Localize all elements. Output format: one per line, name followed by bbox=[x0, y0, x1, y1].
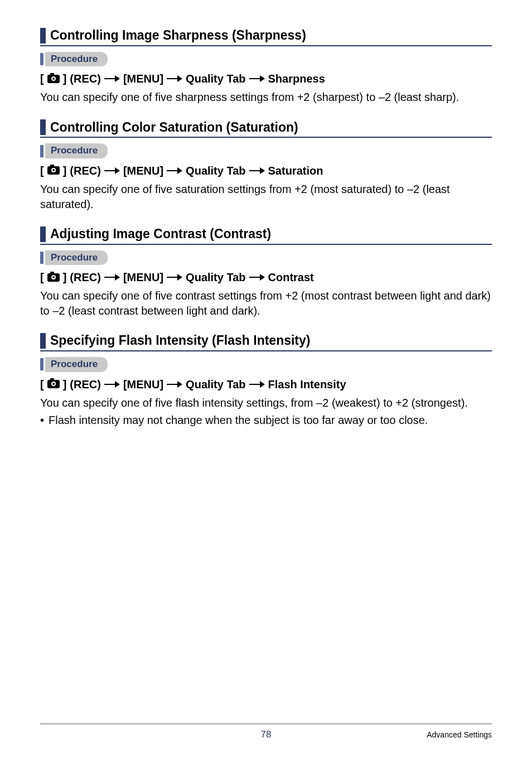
procedure-path: [ ] (REC) [MENU] Quality Tab Flash Inten… bbox=[40, 377, 492, 392]
open-bracket: [ bbox=[40, 71, 44, 86]
path-menu: [MENU] bbox=[123, 163, 163, 179]
section-body: You can specify one of five sharpness se… bbox=[40, 90, 492, 105]
path-target: Contrast bbox=[268, 269, 314, 285]
close-bracket: ] bbox=[63, 163, 67, 179]
procedure-pill: Procedure bbox=[45, 250, 108, 265]
path-rec: (REC) bbox=[70, 71, 101, 86]
camera-icon bbox=[47, 273, 60, 282]
close-bracket: ] bbox=[63, 269, 67, 285]
path-rec: (REC) bbox=[70, 377, 101, 392]
open-bracket: [ bbox=[40, 377, 44, 392]
section-heading: Controlling Image Sharpness (Sharpness) bbox=[40, 28, 492, 46]
path-target: Flash Intensity bbox=[268, 377, 346, 392]
arrow-icon bbox=[104, 380, 120, 388]
section-heading-title: Controlling Color Saturation (Saturation… bbox=[50, 120, 298, 136]
bullet-text: Flash intensity may not change when the … bbox=[49, 413, 428, 428]
procedure-pill: Procedure bbox=[45, 52, 108, 66]
procedure-tick-icon bbox=[40, 145, 43, 157]
heading-bar-icon bbox=[40, 333, 46, 349]
section-body: You can specify one of five saturation s… bbox=[40, 182, 492, 212]
section-body: You can specify one of five contrast set… bbox=[40, 288, 492, 319]
bullet-dot-icon: • bbox=[40, 413, 44, 428]
arrow-icon bbox=[167, 167, 182, 175]
section-body: You can specify one of five flash intens… bbox=[40, 396, 492, 411]
path-rec: (REC) bbox=[70, 163, 101, 179]
procedure-pill: Procedure bbox=[45, 143, 108, 158]
procedure-path: [ ] (REC) [MENU] Quality Tab Contrast bbox=[40, 269, 492, 285]
procedure-tick-icon bbox=[40, 358, 43, 370]
arrow-icon bbox=[104, 167, 120, 175]
close-bracket: ] bbox=[63, 377, 67, 392]
camera-icon bbox=[47, 166, 60, 175]
path-menu: [MENU] bbox=[123, 71, 163, 86]
camera-icon bbox=[47, 380, 60, 388]
path-tab: Quality Tab bbox=[186, 269, 245, 285]
path-menu: [MENU] bbox=[123, 269, 163, 285]
path-tab: Quality Tab bbox=[186, 377, 245, 392]
path-menu: [MENU] bbox=[123, 377, 163, 392]
footer-divider bbox=[40, 723, 492, 725]
path-target: Sharpness bbox=[268, 71, 325, 86]
procedure-path: [ ] (REC) [MENU] Quality Tab Saturation bbox=[40, 163, 492, 179]
arrow-icon bbox=[104, 75, 120, 83]
procedure-path: [ ] (REC) [MENU] Quality Tab Sharpness bbox=[40, 71, 492, 86]
section-heading-title: Controlling Image Sharpness (Sharpness) bbox=[50, 28, 306, 44]
camera-icon bbox=[47, 75, 60, 83]
bullet-item: • Flash intensity may not change when th… bbox=[40, 413, 492, 428]
section-heading: Controlling Color Saturation (Saturation… bbox=[40, 119, 492, 138]
section-heading: Adjusting Image Contrast (Contrast) bbox=[40, 226, 492, 245]
procedure-tick-icon bbox=[40, 53, 43, 65]
procedure-label: Procedure bbox=[40, 250, 492, 265]
heading-bar-icon bbox=[40, 226, 46, 242]
arrow-icon bbox=[104, 273, 120, 281]
arrow-icon bbox=[167, 75, 182, 83]
arrow-icon bbox=[249, 75, 265, 83]
path-target: Saturation bbox=[268, 163, 323, 179]
arrow-icon bbox=[167, 380, 182, 388]
procedure-pill: Procedure bbox=[45, 357, 108, 372]
arrow-icon bbox=[167, 273, 182, 281]
heading-bar-icon bbox=[40, 119, 46, 135]
section-heading: Specifying Flash Intensity (Flash Intens… bbox=[40, 333, 492, 351]
close-bracket: ] bbox=[63, 71, 67, 86]
procedure-label: Procedure bbox=[40, 52, 492, 66]
open-bracket: [ bbox=[40, 163, 44, 179]
page: Controlling Image Sharpness (Sharpness) … bbox=[0, 0, 532, 757]
procedure-label: Procedure bbox=[40, 143, 492, 158]
arrow-icon bbox=[249, 167, 265, 175]
section-heading-title: Specifying Flash Intensity (Flash Intens… bbox=[50, 333, 310, 349]
section-heading-title: Adjusting Image Contrast (Contrast) bbox=[50, 226, 271, 242]
open-bracket: [ bbox=[40, 269, 44, 285]
footer-chapter-label: Advanced Settings bbox=[427, 730, 492, 739]
path-tab: Quality Tab bbox=[186, 71, 245, 86]
arrow-icon bbox=[249, 380, 265, 388]
procedure-label: Procedure bbox=[40, 357, 492, 372]
path-tab: Quality Tab bbox=[186, 163, 245, 179]
path-rec: (REC) bbox=[70, 269, 101, 285]
arrow-icon bbox=[249, 273, 265, 281]
procedure-tick-icon bbox=[40, 252, 43, 264]
heading-bar-icon bbox=[40, 28, 46, 44]
